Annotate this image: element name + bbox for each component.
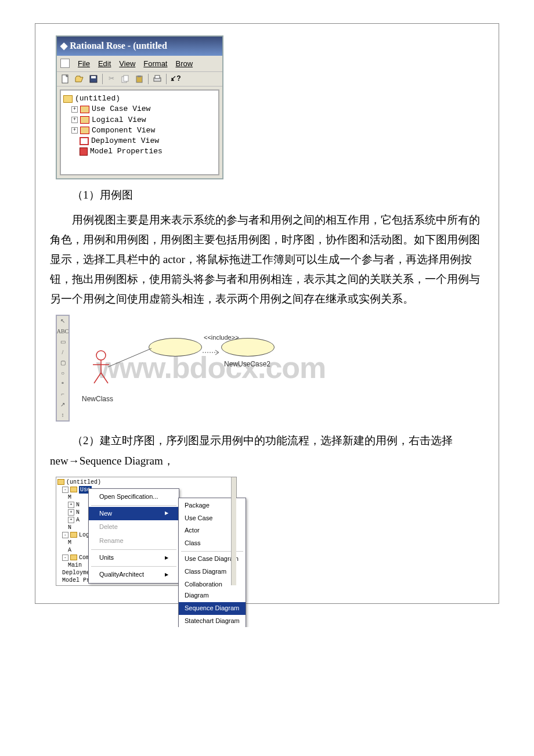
folder-icon [57,479,64,485]
svg-point-9 [96,351,106,360]
svg-rect-2 [91,76,96,78]
collapse-icon[interactable]: - [62,555,68,561]
tool-actor[interactable]: ᵒ [57,379,68,389]
tool-select[interactable]: ↖ [57,316,68,326]
help-icon[interactable]: ⭹? [170,74,181,84]
submenu-arrow-icon: ▶ [165,509,168,517]
fig2-usecase-diagram: ↖ ABC ▭ / ▢ ○ ᵒ ⌐ ↗ ↕ www.bdocx.com [56,315,375,425]
new-icon[interactable] [60,74,71,84]
submenu-item[interactable]: Statechart Diagram [179,615,246,627]
expand-icon[interactable]: + [68,502,74,508]
association-line [108,344,154,373]
tool-note[interactable]: ▭ [57,337,68,347]
expand-icon[interactable]: + [68,509,74,516]
svg-rect-4 [124,75,128,81]
expand-icon[interactable]: + [68,517,74,523]
svg-line-12 [94,373,101,383]
svg-rect-6 [138,75,141,77]
ctx-open-spec[interactable]: Open Specification... [89,490,179,504]
doc-icon [60,59,70,68]
section1-body: 用例视图主要是用来表示系统的参与者和用例之间的相互作用，它包括系统中所有的角色，… [50,210,484,309]
package-icon [80,147,88,156]
box-icon [80,137,89,145]
toolbar-separator [102,74,103,84]
fig1-rational-rose-window: ◆ Rational Rose - (untitled File Edit Vi… [56,35,223,179]
menu-separator [91,505,176,506]
tool-line[interactable]: / [57,347,68,358]
toolbar-separator [148,74,149,84]
save-icon[interactable] [88,74,99,84]
tree-item-usecase[interactable]: + Use Case View [63,104,216,114]
tool-depend[interactable]: ↗ [57,399,68,410]
menu-edit[interactable]: Edit [98,57,111,70]
ctx-quality[interactable]: QualityArchitect▶ [89,568,179,582]
section1-heading: （1）用例图 [50,185,484,205]
folder-icon [80,106,89,113]
svg-line-13 [101,373,108,383]
menu-format[interactable]: Format [143,57,167,70]
ctx-units[interactable]: Units▶ [89,551,179,565]
menu-separator [91,549,176,550]
folder-icon [80,127,89,134]
expand-icon[interactable]: + [71,106,78,113]
actor-label: NewClass [82,393,113,406]
submenu-arrow-icon: ▶ [165,554,168,562]
context-menu: Open Specification... New▶ Delete Rename… [88,488,179,584]
submenu-arrow-icon: ▶ [165,571,168,579]
copy-icon[interactable] [120,74,131,84]
fig1-titlebar: ◆ Rational Rose - (untitled [57,37,222,56]
folder-icon [80,116,89,124]
cut-icon[interactable]: ✂ [106,74,117,84]
usecase2-shape[interactable] [221,338,275,357]
ctx-new[interactable]: New▶ [89,507,179,521]
tool-usecase[interactable]: ○ [57,368,68,379]
ctx-rename: Rename [89,534,179,548]
print-icon[interactable] [152,74,163,84]
collapse-icon[interactable]: - [62,532,68,538]
open-icon[interactable] [74,74,85,84]
tool-gen[interactable]: ↕ [57,410,68,420]
usecase1-shape[interactable] [149,338,202,357]
menu-view[interactable]: View [119,57,135,70]
svg-line-15 [108,348,151,367]
scrollbar[interactable] [231,477,236,585]
tree-item-modelprops[interactable]: Model Properties [63,146,216,157]
menu-separator [91,566,176,567]
tree-item-component[interactable]: + Component View [63,125,216,136]
toolbar-separator [166,74,167,84]
fig2-toolbox: ↖ ABC ▭ / ▢ ○ ᵒ ⌐ ↗ ↕ [56,315,70,422]
folder-icon [70,555,77,560]
expand-icon[interactable]: + [71,117,78,123]
tree-item-deployment[interactable]: Deployment View [63,136,216,146]
tool-text[interactable]: ABC [57,326,68,337]
document-frame: ◆ Rational Rose - (untitled File Edit Vi… [35,23,499,604]
folder-icon [70,487,77,492]
folder-icon [70,532,77,538]
fig3-context-menu: (untitled) -Use M +N +N +A N -Logi M A -… [56,477,237,586]
fig2-canvas: www.bdocx.com NewClass <<include>> [73,315,375,425]
usecase2-label: NewUseCase2 [224,358,270,371]
tool-package[interactable]: ▢ [57,358,68,368]
fig1-title: Rational Rose - (untitled [70,38,167,55]
menu-file[interactable]: File [78,57,90,70]
tree-root[interactable]: (untitled) [63,93,216,104]
menu-browse[interactable]: Brow [175,57,193,70]
collapse-icon[interactable]: - [62,487,68,493]
rose-icon: ◆ [60,38,67,55]
tool-assoc[interactable]: ⌐ [57,389,68,399]
svg-rect-8 [155,75,160,78]
section2-body: （2）建立时序图，序列图显示用例中的功能流程，选择新建的用例，右击选择 new→… [50,431,484,470]
fig1-toolbar: ✂ ⭹? [57,71,222,87]
fig1-menubar: File Edit View Format Brow [57,56,222,71]
paste-icon[interactable] [134,74,145,84]
fig1-tree: (untitled) + Use Case View + Logical Vie… [60,89,219,175]
ctx-delete: Delete [89,520,179,534]
folder-icon [63,95,73,103]
tree-row[interactable]: (untitled) [57,478,145,486]
submenu-item[interactable]: Sequence Diagram [179,602,246,615]
include-arrow [203,343,221,348]
tree-item-logical[interactable]: + Logical View [63,115,216,125]
expand-icon[interactable]: + [71,127,78,134]
